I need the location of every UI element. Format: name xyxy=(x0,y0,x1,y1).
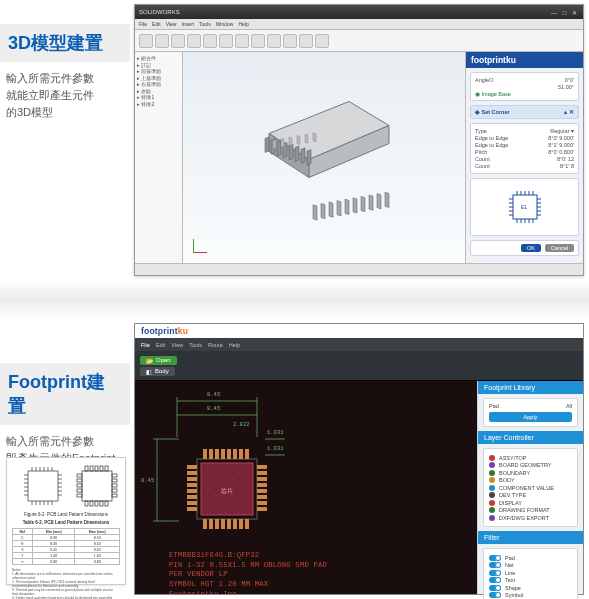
menu-item[interactable]: Help xyxy=(238,21,248,27)
filter-row[interactable]: Symbol xyxy=(489,592,572,598)
svg-rect-25 xyxy=(305,134,308,143)
layer-row[interactable]: BOARD GEOMETRY xyxy=(489,462,572,468)
svg-rect-18 xyxy=(369,195,373,210)
menu-item[interactable]: Edit xyxy=(152,21,161,27)
menu-item[interactable]: File xyxy=(141,342,150,348)
toggle-icon[interactable] xyxy=(489,585,501,591)
side-brand: footprintku xyxy=(466,52,583,68)
window-controls[interactable]: — □ ✕ xyxy=(551,9,579,16)
dim: 8.45 xyxy=(207,405,220,412)
panel-header-layers: Layer Controller xyxy=(478,431,583,444)
svg-rect-85 xyxy=(85,501,88,506)
layer-row[interactable]: BOUNDARY xyxy=(489,470,572,476)
color-swatch xyxy=(489,485,495,491)
toolbar-button[interactable] xyxy=(267,34,281,48)
apply-button[interactable]: Apply xyxy=(489,412,572,422)
open-button[interactable]: 📂Open xyxy=(140,356,177,365)
toolbar-button[interactable] xyxy=(171,34,185,48)
svg-rect-16 xyxy=(353,198,357,213)
filter-row[interactable]: Net xyxy=(489,562,572,568)
svg-rect-87 xyxy=(95,501,98,506)
color-swatch xyxy=(489,492,495,498)
svg-rect-122 xyxy=(227,449,231,459)
filter-row[interactable]: Pad xyxy=(489,555,572,561)
menu-item[interactable]: View xyxy=(171,342,183,348)
set-corner-header[interactable]: ◈ Set Corner ▴ ✕ xyxy=(470,105,579,119)
toolbar-button[interactable] xyxy=(283,34,297,48)
footprintku-window: footprintku File Edit View Tools Route H… xyxy=(134,323,584,595)
svg-rect-15 xyxy=(345,199,349,214)
toolbar-button[interactable] xyxy=(155,34,169,48)
sw-title: SOLIDWORKS xyxy=(139,9,180,15)
toggle-icon[interactable] xyxy=(489,562,501,568)
svg-text:芯片: 芯片 xyxy=(220,488,233,494)
sw-titlebar[interactable]: SOLIDWORKS — □ ✕ xyxy=(135,5,583,19)
ok-button[interactable]: OK xyxy=(521,244,541,252)
svg-rect-131 xyxy=(233,519,237,529)
toggle-icon[interactable] xyxy=(489,555,501,561)
sw-menubar[interactable]: File Edit View Insert Tools Window Help xyxy=(135,19,583,30)
toolbar-button[interactable] xyxy=(299,34,313,48)
feature-tree[interactable]: ▸ 組合件 ▸ 註記 ▸ 前基準面 ▸ 上基準面 ▸ 右基準面 ▸ 原點 ▸ 特… xyxy=(135,52,183,263)
menu-item[interactable]: Route xyxy=(208,342,223,348)
section-title-fp: Footprint建置 xyxy=(0,363,130,425)
menu-item[interactable]: Window xyxy=(216,21,234,27)
fp-menubar[interactable]: File Edit View Tools Route Help xyxy=(135,338,583,351)
layer-row[interactable]: BODY xyxy=(489,477,572,483)
svg-rect-14 xyxy=(337,201,341,216)
pad-select[interactable]: All xyxy=(566,403,572,409)
layer-row[interactable]: DISPLAY xyxy=(489,500,572,506)
collapse-icon[interactable]: ▴ ✕ xyxy=(564,109,574,115)
angle-block: AngleO0°0' 51.00° ◉ Image Base xyxy=(470,72,579,101)
toolbar-button[interactable] xyxy=(251,34,265,48)
toolbar-button[interactable] xyxy=(235,34,249,48)
svg-rect-80 xyxy=(85,466,88,471)
drawing-notes: Notes: 1. All dimensions are in millimet… xyxy=(12,568,120,599)
toggle-icon[interactable] xyxy=(489,570,501,576)
cancel-button[interactable]: Cancel xyxy=(545,244,574,252)
toggle-icon[interactable] xyxy=(489,592,501,598)
fp-canvas[interactable]: 8.45 8.45 1.031 1.031 8.45 2.822 xyxy=(135,381,477,594)
sw-viewport[interactable] xyxy=(183,52,465,263)
filter-row[interactable]: Shape xyxy=(489,585,572,591)
tree-item[interactable]: ▸ 特徵2 xyxy=(137,101,180,108)
toolbar-button[interactable] xyxy=(139,34,153,48)
cube-icon: ◧ xyxy=(146,368,152,375)
body-chip[interactable]: ◧Body xyxy=(140,367,175,376)
axis-triad-icon xyxy=(193,231,215,253)
filter-row[interactable]: Text xyxy=(489,577,572,583)
svg-rect-10 xyxy=(307,150,311,165)
svg-rect-93 xyxy=(77,489,82,492)
svg-rect-7 xyxy=(289,144,293,159)
layer-row[interactable]: COMPONENT VALUE xyxy=(489,485,572,491)
toolbar-button[interactable] xyxy=(315,34,329,48)
svg-rect-13 xyxy=(329,202,333,217)
panel-header-filter: Filter xyxy=(478,531,583,544)
toolbar-button[interactable] xyxy=(203,34,217,48)
menu-item[interactable]: Tools xyxy=(189,342,202,348)
sw-toolbar[interactable] xyxy=(135,30,583,52)
svg-rect-19 xyxy=(377,194,381,209)
layer-row[interactable]: DXF/DWG EXPORT xyxy=(489,515,572,521)
menu-item[interactable]: Edit xyxy=(156,342,165,348)
toggle-icon[interactable] xyxy=(489,577,501,583)
filter-row[interactable]: Line xyxy=(489,570,572,576)
layer-row[interactable]: DRAWING FORMAT xyxy=(489,507,572,513)
color-swatch xyxy=(489,515,495,521)
sw-statusbar xyxy=(135,263,583,275)
layer-row[interactable]: ASSY/TOP xyxy=(489,455,572,461)
toolbar-button[interactable] xyxy=(219,34,233,48)
mini-preview: E1 xyxy=(470,178,579,236)
menu-item[interactable]: View xyxy=(166,21,177,27)
menu-item[interactable]: Help xyxy=(229,342,240,348)
section-divider xyxy=(0,280,589,319)
layer-row[interactable]: DEV TYPE xyxy=(489,492,572,498)
svg-rect-94 xyxy=(77,494,82,497)
svg-rect-97 xyxy=(112,484,117,487)
toolbar-button[interactable] xyxy=(187,34,201,48)
svg-rect-148 xyxy=(257,501,267,505)
menu-item[interactable]: Tools xyxy=(199,21,211,27)
menu-item[interactable]: Insert xyxy=(181,21,194,27)
svg-rect-8 xyxy=(295,146,299,161)
menu-item[interactable]: File xyxy=(139,21,147,27)
